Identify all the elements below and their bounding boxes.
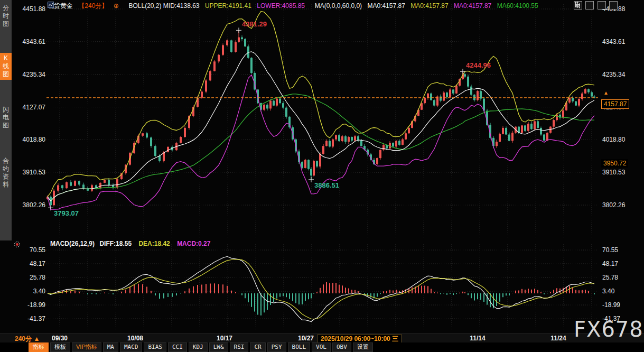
toolbar-button-PSY[interactable]: PSY	[267, 342, 286, 352]
price-axis-label-left: 4127.07	[15, 104, 45, 111]
axis-zoom-in-icon[interactable]	[585, 1, 594, 10]
toolbar-button-指标[interactable]: 指标	[29, 342, 49, 352]
boll-upper-value: UPPER:4191.41	[205, 2, 251, 10]
candlestick-chart-canvas[interactable]	[0, 0, 644, 352]
extreme-label-3886.51: 3886.51	[314, 181, 339, 189]
toolbar-button-CR[interactable]: CR	[250, 342, 265, 352]
macd-axis-label-left: 25.78	[15, 274, 45, 281]
ma-params: MA(0,0,0,60,0,0)	[315, 2, 362, 10]
toolbar-button-VOL[interactable]: VOL	[312, 342, 331, 352]
toolbar-button-CCI[interactable]: CCI	[168, 342, 187, 352]
toolbar-button-设置[interactable]: 设置	[353, 342, 373, 352]
price-axis-label-right: 4343.61	[602, 38, 625, 45]
extreme-label-4244.96: 4244.96	[466, 61, 491, 69]
macd-axis-label-left: -18.99	[15, 301, 45, 309]
macd-header: MACD(26,12,9) DIFF:18.55 DEA:18.42 MACD:…	[50, 240, 210, 247]
chart-tool-icons	[574, 1, 619, 11]
sidebar: 分时图K线图闪电图合约资料	[0, 0, 12, 240]
macd-axis-label-right: 70.55	[602, 246, 618, 254]
extreme-label-3793.07: 3793.07	[54, 209, 79, 217]
extreme-label-4381.29: 4381.29	[242, 20, 267, 28]
price-axis-label-right: 3910.53	[602, 169, 625, 176]
current-price-box: 4157.87	[601, 99, 629, 109]
sidebar-tab-分时图[interactable]: 分时图	[0, 4, 12, 28]
toolbar-button-LW&[interactable]: LW&	[209, 342, 228, 352]
date-tick-11/14: 11/14	[470, 335, 485, 342]
watermark: FX678	[574, 317, 643, 341]
macd-axis-label-left: 48.17	[15, 260, 45, 267]
current-price-arrow-icon: ▲	[603, 90, 609, 96]
macd-diff-value: DIFF:18.55	[99, 240, 132, 247]
toolbar-button-KDJ[interactable]: KDJ	[189, 342, 208, 352]
price-axis-label-left: 4235.34	[15, 71, 45, 78]
macd-axis-label-right: -18.99	[602, 301, 620, 309]
sidebar-tab-K线图[interactable]: K线图	[0, 53, 12, 80]
price-axis-label-left: 4018.80	[15, 136, 45, 143]
date-tick-10/17: 10/17	[217, 335, 232, 342]
macd-axis-label-right: 25.78	[602, 274, 618, 281]
price-axis-label-left: 3910.53	[15, 169, 45, 176]
toolbar-button-BOLL[interactable]: BOLL	[288, 342, 311, 352]
circle-plus-icon[interactable]: ⊕	[114, 2, 119, 10]
boll-lower-value: LOWER:4085.85	[257, 2, 305, 10]
price-axis-label-right: 4235.34	[602, 71, 625, 78]
toolbar-button-MACD[interactable]: MACD	[120, 342, 143, 352]
date-tick-10/08: 10/08	[127, 335, 143, 342]
toolbar-button-MA[interactable]: MA	[103, 342, 118, 352]
period-label: 【240分】	[78, 2, 108, 10]
price-axis-label-left: 4451.88	[15, 5, 45, 13]
price-axis-label-left: 3802.26	[15, 201, 45, 209]
axis-zoom-out-icon[interactable]	[598, 1, 606, 10]
reference-price-box: 3950.72	[601, 159, 628, 168]
toolbar-button-OBV[interactable]: OBV	[332, 342, 351, 352]
date-tick-10/27: 10/27	[298, 335, 314, 342]
indicator-toolbar: 指标模板VIP指标MAMACDBIASCCIKDJLW&RSICRPSYBOLL…	[0, 342, 644, 352]
macd-value: MACD:0.27	[177, 240, 210, 247]
macd-axis-label-right: 3.40	[602, 288, 614, 295]
date-axis: 240分 ▲ 2025/10/29 06:00~10:00 三 09/3010/…	[0, 333, 644, 343]
chart-header: 现货黄金 【240分】 ⊕ BOLL(20,2) MID:4138.63 UPP…	[48, 2, 542, 11]
sidebar-tab-闪电图[interactable]: 闪电图	[0, 106, 12, 129]
macd-params: MACD(26,12,9)	[50, 240, 95, 247]
sidebar-tab-合约资料[interactable]: 合约资料	[0, 157, 12, 189]
toolbar-button-BIAS[interactable]: BIAS	[144, 342, 166, 352]
macd-axis-label-left: 3.40	[15, 288, 45, 295]
exit-pan-icon[interactable]	[609, 1, 618, 10]
toolbar-button-RSI[interactable]: RSI	[230, 342, 249, 352]
date-tick-09/30: 09/30	[52, 335, 68, 342]
ma0-yellow-value: MA0:4157.87	[410, 2, 448, 10]
ma60-value: MA60:4100.55	[497, 2, 538, 10]
chart-application: { "header": { "symbol": "现货黄金", "period"…	[0, 0, 644, 352]
ma0-magenta-value: MA0:4157.87	[454, 2, 491, 10]
macd-dea-value: DEA:18.42	[138, 240, 170, 247]
price-axis-label-right: 3802.26	[602, 201, 625, 209]
price-axis-label-left: 4343.61	[15, 38, 45, 45]
period-arrow-icon: ▲	[33, 335, 40, 342]
toolbar-button-模板[interactable]: 模板	[50, 342, 70, 352]
macd-axis-label-left: -41.37	[15, 315, 45, 322]
date-tick-11/24: 11/24	[550, 335, 566, 342]
boll-values: BOLL(20,2) MID:4138.63	[128, 2, 199, 10]
toolbar-button-VIP指标[interactable]: VIP指标	[72, 342, 101, 352]
price-axis-label-right: 4018.80	[602, 136, 625, 143]
macd-axis-label-right: 48.17	[602, 260, 618, 267]
ma0-white-value: MA0:4157.87	[367, 2, 405, 10]
